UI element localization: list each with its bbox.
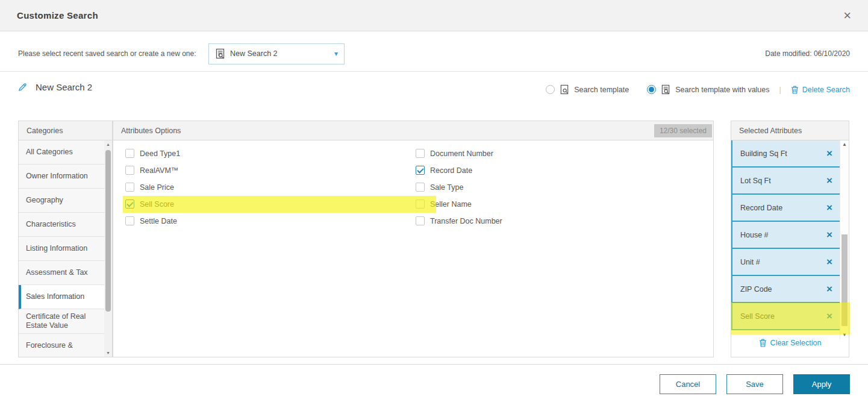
scroll-down-icon[interactable]: ▼	[842, 331, 847, 339]
attribute-checkbox[interactable]	[125, 149, 134, 158]
category-item[interactable]: Characteristics	[19, 213, 104, 237]
category-item[interactable]: Owner Information	[19, 165, 104, 189]
attributes-body: Deed Type1 RealAVM™ Sale Price Sell Scor…	[113, 140, 714, 357]
divider	[0, 71, 868, 72]
remove-attribute-icon[interactable]: ×	[826, 230, 832, 240]
attribute-checkbox[interactable]	[125, 216, 134, 225]
category-item[interactable]: Listing Information	[19, 237, 104, 261]
category-item[interactable]: Certificate of Real Estate Value	[19, 309, 104, 334]
category-item[interactable]: Sales Information	[19, 285, 104, 309]
search-name: New Search 2	[36, 82, 92, 92]
category-label: Sales Information	[26, 292, 84, 301]
category-label: Geography	[26, 196, 63, 205]
scroll-up-icon[interactable]: ▲	[842, 140, 847, 149]
separator: |	[779, 86, 781, 94]
radio-search-template-values[interactable]	[647, 85, 656, 94]
remove-attribute-icon[interactable]: ×	[826, 202, 832, 213]
saved-search-label: Please select recent saved search or cre…	[18, 49, 208, 58]
radio-search-template-values-label[interactable]: Search template with values	[675, 86, 769, 94]
attribute-label: Sale Type	[430, 183, 463, 192]
chip-label: ZIP Code	[740, 285, 772, 294]
remove-attribute-icon[interactable]: ×	[826, 175, 832, 186]
scrollbar-thumb[interactable]	[105, 150, 111, 312]
save-button[interactable]: Save	[726, 374, 783, 394]
attribute-label: Seller Name	[430, 200, 472, 209]
attribute-checkbox[interactable]	[416, 199, 425, 209]
delete-search-link[interactable]: Delete Search	[791, 86, 850, 94]
dropdown-value: New Search 2	[230, 49, 329, 58]
saved-search-dropdown[interactable]: New Search 2 ▾	[208, 43, 345, 64]
attribute-option[interactable]: Settle Date	[125, 216, 416, 225]
scroll-up-icon[interactable]: ▲	[106, 140, 110, 148]
clear-selection-link[interactable]: Clear Selection	[759, 339, 822, 347]
category-label: Certificate of Real Estate Value	[26, 312, 99, 330]
selected-attribute-chip: ZIP Code ×	[732, 276, 840, 303]
category-item[interactable]: All Categories	[19, 140, 104, 165]
categories-panel: Categories All Categories Owner Informat…	[18, 121, 113, 357]
date-modified: Date modified: 06/10/2020	[765, 49, 850, 58]
radio-search-template[interactable]	[546, 85, 555, 94]
chevron-down-icon[interactable]: ▾	[334, 49, 338, 58]
attributes-header: Attributes Options 12/30 selected	[113, 121, 714, 140]
attribute-checkbox[interactable]	[125, 183, 134, 192]
attribute-label: Record Date	[430, 166, 472, 175]
selected-attribute-chip: Lot Sq Ft ×	[732, 168, 840, 195]
attribute-checkbox[interactable]	[416, 216, 425, 225]
close-icon[interactable]: ×	[843, 9, 851, 22]
attribute-label: Sale Price	[140, 183, 174, 192]
attribute-checkbox[interactable]	[416, 166, 425, 175]
category-label: Foreclosure &	[26, 341, 73, 350]
radio-search-template-label[interactable]: Search template	[574, 86, 629, 94]
attribute-option[interactable]: Seller Name	[416, 199, 706, 209]
scrollbar-thumb[interactable]	[841, 234, 848, 326]
attribute-option[interactable]: Sale Type	[416, 183, 706, 192]
cancel-button[interactable]: Cancel	[660, 374, 716, 394]
template-options: Search template Search template with val…	[546, 84, 850, 95]
search-title-row: New Search 2	[18, 82, 92, 92]
categories-scrollbar[interactable]: ▲ ▼	[104, 140, 112, 357]
trash-icon	[791, 86, 799, 94]
chip-label: Sell Score	[740, 312, 775, 321]
edit-pencil-icon[interactable]	[18, 83, 27, 92]
attribute-checkbox[interactable]	[416, 149, 425, 158]
attribute-option[interactable]: RealAVM™	[125, 166, 416, 175]
saved-search-icon	[215, 48, 225, 59]
attribute-option[interactable]: Deed Type1	[125, 149, 416, 158]
attribute-option[interactable]: Sell Score	[125, 199, 416, 209]
selected-attributes-body: Building Sq Ft × Lot Sq Ft × Record Date…	[731, 140, 849, 357]
attribute-label: Transfer Doc Number	[430, 217, 502, 225]
selected-attribute-chip: Unit # ×	[732, 249, 840, 276]
selected-attribute-chip: Building Sq Ft ×	[732, 140, 840, 168]
category-item[interactable]: Geography	[19, 189, 104, 213]
selected-attribute-chip: House # ×	[732, 222, 840, 249]
remove-attribute-icon[interactable]: ×	[826, 257, 832, 267]
attribute-option[interactable]: Record Date	[416, 166, 706, 175]
selected-attribute-chip: Record Date ×	[732, 195, 840, 222]
apply-button[interactable]: Apply	[793, 374, 850, 394]
attribute-option[interactable]: Sale Price	[125, 183, 416, 192]
category-label: Assessment & Tax	[26, 268, 88, 277]
attribute-option[interactable]: Transfer Doc Number	[416, 216, 706, 225]
remove-attribute-icon[interactable]: ×	[826, 311, 832, 321]
attribute-label: Sell Score	[140, 200, 174, 209]
attributes-panel: Attributes Options 12/30 selected Deed T…	[113, 121, 714, 357]
attribute-checkbox[interactable]	[125, 166, 134, 175]
category-label: All Categories	[26, 148, 73, 157]
category-item[interactable]: Assessment & Tax	[19, 261, 104, 285]
category-label: Listing Information	[26, 244, 87, 253]
category-label: Owner Information	[26, 172, 88, 181]
attribute-label: Settle Date	[140, 217, 177, 225]
category-item[interactable]: Foreclosure &	[19, 334, 104, 357]
attribute-option[interactable]: Document Number	[416, 149, 706, 158]
attribute-checkbox[interactable]	[125, 199, 134, 209]
selected-attribute-chip: Sell Score ×	[732, 303, 840, 330]
selected-attributes-scrollbar[interactable]: ▲ ▼	[840, 140, 849, 339]
remove-attribute-icon[interactable]: ×	[826, 148, 832, 159]
scroll-down-icon[interactable]: ▼	[106, 349, 110, 357]
saved-search-row: Please select recent saved search or cre…	[0, 42, 868, 65]
attribute-label: Document Number	[430, 149, 493, 158]
clear-selection-label: Clear Selection	[770, 339, 822, 347]
remove-attribute-icon[interactable]: ×	[826, 284, 832, 294]
categories-list: All Categories Owner Information Geograp…	[18, 140, 113, 357]
attribute-checkbox[interactable]	[416, 183, 425, 192]
